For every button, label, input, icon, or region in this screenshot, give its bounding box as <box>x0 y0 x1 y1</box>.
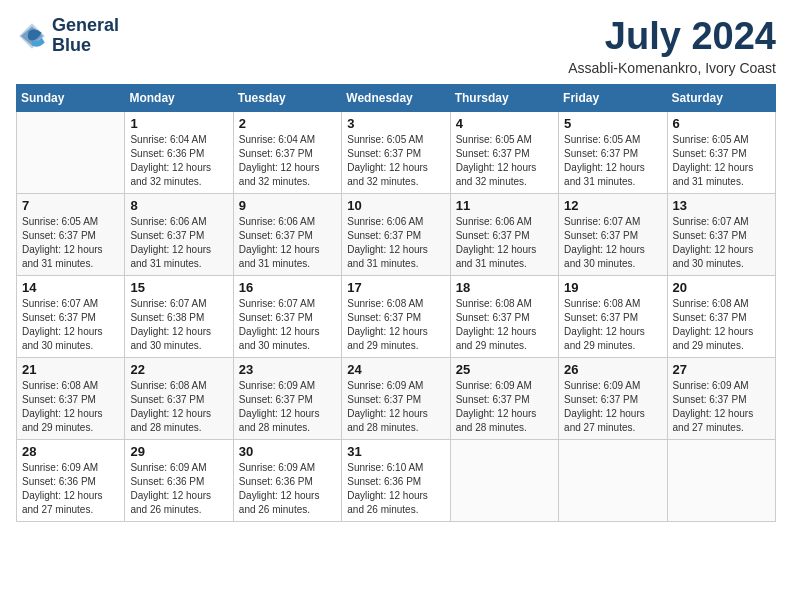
calendar-cell: 18Sunrise: 6:08 AM Sunset: 6:37 PM Dayli… <box>450 275 558 357</box>
calendar-cell: 5Sunrise: 6:05 AM Sunset: 6:37 PM Daylig… <box>559 111 667 193</box>
day-number: 11 <box>456 198 553 213</box>
day-info: Sunrise: 6:07 AM Sunset: 6:37 PM Dayligh… <box>239 297 336 353</box>
calendar-cell: 12Sunrise: 6:07 AM Sunset: 6:37 PM Dayli… <box>559 193 667 275</box>
calendar-cell: 30Sunrise: 6:09 AM Sunset: 6:36 PM Dayli… <box>233 439 341 521</box>
calendar-cell: 21Sunrise: 6:08 AM Sunset: 6:37 PM Dayli… <box>17 357 125 439</box>
day-number: 16 <box>239 280 336 295</box>
calendar-cell: 11Sunrise: 6:06 AM Sunset: 6:37 PM Dayli… <box>450 193 558 275</box>
day-number: 21 <box>22 362 119 377</box>
day-info: Sunrise: 6:06 AM Sunset: 6:37 PM Dayligh… <box>456 215 553 271</box>
day-number: 12 <box>564 198 661 213</box>
day-info: Sunrise: 6:08 AM Sunset: 6:37 PM Dayligh… <box>673 297 770 353</box>
day-info: Sunrise: 6:09 AM Sunset: 6:36 PM Dayligh… <box>239 461 336 517</box>
calendar-cell: 2Sunrise: 6:04 AM Sunset: 6:37 PM Daylig… <box>233 111 341 193</box>
calendar-cell: 3Sunrise: 6:05 AM Sunset: 6:37 PM Daylig… <box>342 111 450 193</box>
day-number: 30 <box>239 444 336 459</box>
day-info: Sunrise: 6:04 AM Sunset: 6:37 PM Dayligh… <box>239 133 336 189</box>
day-number: 24 <box>347 362 444 377</box>
day-number: 19 <box>564 280 661 295</box>
weekday-header: Sunday <box>17 84 125 111</box>
location: Assabli-Komenankro, Ivory Coast <box>568 60 776 76</box>
day-info: Sunrise: 6:05 AM Sunset: 6:37 PM Dayligh… <box>673 133 770 189</box>
day-number: 25 <box>456 362 553 377</box>
calendar-cell: 19Sunrise: 6:08 AM Sunset: 6:37 PM Dayli… <box>559 275 667 357</box>
calendar-cell: 16Sunrise: 6:07 AM Sunset: 6:37 PM Dayli… <box>233 275 341 357</box>
day-info: Sunrise: 6:09 AM Sunset: 6:37 PM Dayligh… <box>564 379 661 435</box>
day-info: Sunrise: 6:08 AM Sunset: 6:37 PM Dayligh… <box>347 297 444 353</box>
calendar-cell: 1Sunrise: 6:04 AM Sunset: 6:36 PM Daylig… <box>125 111 233 193</box>
calendar-cell: 26Sunrise: 6:09 AM Sunset: 6:37 PM Dayli… <box>559 357 667 439</box>
calendar-cell: 31Sunrise: 6:10 AM Sunset: 6:36 PM Dayli… <box>342 439 450 521</box>
day-number: 23 <box>239 362 336 377</box>
weekday-header: Friday <box>559 84 667 111</box>
day-info: Sunrise: 6:05 AM Sunset: 6:37 PM Dayligh… <box>564 133 661 189</box>
calendar-cell <box>17 111 125 193</box>
title-block: July 2024 Assabli-Komenankro, Ivory Coas… <box>568 16 776 76</box>
weekday-header: Wednesday <box>342 84 450 111</box>
day-info: Sunrise: 6:08 AM Sunset: 6:37 PM Dayligh… <box>456 297 553 353</box>
calendar-cell: 22Sunrise: 6:08 AM Sunset: 6:37 PM Dayli… <box>125 357 233 439</box>
page-header: General Blue July 2024 Assabli-Komenankr… <box>16 16 776 76</box>
month-year: July 2024 <box>568 16 776 58</box>
calendar-cell: 23Sunrise: 6:09 AM Sunset: 6:37 PM Dayli… <box>233 357 341 439</box>
day-number: 29 <box>130 444 227 459</box>
calendar-cell: 8Sunrise: 6:06 AM Sunset: 6:37 PM Daylig… <box>125 193 233 275</box>
calendar-table: SundayMondayTuesdayWednesdayThursdayFrid… <box>16 84 776 522</box>
weekday-header: Monday <box>125 84 233 111</box>
calendar-cell: 9Sunrise: 6:06 AM Sunset: 6:37 PM Daylig… <box>233 193 341 275</box>
day-info: Sunrise: 6:05 AM Sunset: 6:37 PM Dayligh… <box>456 133 553 189</box>
day-info: Sunrise: 6:08 AM Sunset: 6:37 PM Dayligh… <box>22 379 119 435</box>
day-info: Sunrise: 6:10 AM Sunset: 6:36 PM Dayligh… <box>347 461 444 517</box>
weekday-header: Thursday <box>450 84 558 111</box>
calendar-cell: 15Sunrise: 6:07 AM Sunset: 6:38 PM Dayli… <box>125 275 233 357</box>
day-number: 15 <box>130 280 227 295</box>
day-number: 1 <box>130 116 227 131</box>
day-info: Sunrise: 6:09 AM Sunset: 6:37 PM Dayligh… <box>239 379 336 435</box>
day-number: 13 <box>673 198 770 213</box>
calendar-cell: 29Sunrise: 6:09 AM Sunset: 6:36 PM Dayli… <box>125 439 233 521</box>
calendar-cell: 14Sunrise: 6:07 AM Sunset: 6:37 PM Dayli… <box>17 275 125 357</box>
day-info: Sunrise: 6:08 AM Sunset: 6:37 PM Dayligh… <box>564 297 661 353</box>
calendar-week-row: 1Sunrise: 6:04 AM Sunset: 6:36 PM Daylig… <box>17 111 776 193</box>
calendar-cell <box>667 439 775 521</box>
calendar-cell: 27Sunrise: 6:09 AM Sunset: 6:37 PM Dayli… <box>667 357 775 439</box>
day-info: Sunrise: 6:09 AM Sunset: 6:37 PM Dayligh… <box>673 379 770 435</box>
day-info: Sunrise: 6:07 AM Sunset: 6:37 PM Dayligh… <box>564 215 661 271</box>
day-info: Sunrise: 6:05 AM Sunset: 6:37 PM Dayligh… <box>347 133 444 189</box>
calendar-cell: 20Sunrise: 6:08 AM Sunset: 6:37 PM Dayli… <box>667 275 775 357</box>
calendar-cell <box>450 439 558 521</box>
calendar-cell: 4Sunrise: 6:05 AM Sunset: 6:37 PM Daylig… <box>450 111 558 193</box>
day-info: Sunrise: 6:05 AM Sunset: 6:37 PM Dayligh… <box>22 215 119 271</box>
day-info: Sunrise: 6:07 AM Sunset: 6:37 PM Dayligh… <box>673 215 770 271</box>
day-info: Sunrise: 6:09 AM Sunset: 6:36 PM Dayligh… <box>130 461 227 517</box>
day-info: Sunrise: 6:09 AM Sunset: 6:37 PM Dayligh… <box>456 379 553 435</box>
calendar-week-row: 14Sunrise: 6:07 AM Sunset: 6:37 PM Dayli… <box>17 275 776 357</box>
day-info: Sunrise: 6:07 AM Sunset: 6:37 PM Dayligh… <box>22 297 119 353</box>
day-info: Sunrise: 6:06 AM Sunset: 6:37 PM Dayligh… <box>239 215 336 271</box>
day-number: 20 <box>673 280 770 295</box>
calendar-cell: 28Sunrise: 6:09 AM Sunset: 6:36 PM Dayli… <box>17 439 125 521</box>
day-number: 28 <box>22 444 119 459</box>
logo-icon <box>16 20 48 52</box>
day-number: 31 <box>347 444 444 459</box>
day-info: Sunrise: 6:06 AM Sunset: 6:37 PM Dayligh… <box>130 215 227 271</box>
calendar-week-row: 7Sunrise: 6:05 AM Sunset: 6:37 PM Daylig… <box>17 193 776 275</box>
calendar-cell: 17Sunrise: 6:08 AM Sunset: 6:37 PM Dayli… <box>342 275 450 357</box>
day-number: 18 <box>456 280 553 295</box>
day-number: 3 <box>347 116 444 131</box>
day-number: 26 <box>564 362 661 377</box>
calendar-cell: 25Sunrise: 6:09 AM Sunset: 6:37 PM Dayli… <box>450 357 558 439</box>
day-info: Sunrise: 6:07 AM Sunset: 6:38 PM Dayligh… <box>130 297 227 353</box>
day-number: 6 <box>673 116 770 131</box>
logo-text: General Blue <box>52 16 119 56</box>
calendar-cell: 7Sunrise: 6:05 AM Sunset: 6:37 PM Daylig… <box>17 193 125 275</box>
weekday-header: Saturday <box>667 84 775 111</box>
logo: General Blue <box>16 16 119 56</box>
day-info: Sunrise: 6:09 AM Sunset: 6:37 PM Dayligh… <box>347 379 444 435</box>
day-number: 5 <box>564 116 661 131</box>
weekday-header-row: SundayMondayTuesdayWednesdayThursdayFrid… <box>17 84 776 111</box>
calendar-week-row: 21Sunrise: 6:08 AM Sunset: 6:37 PM Dayli… <box>17 357 776 439</box>
calendar-cell: 6Sunrise: 6:05 AM Sunset: 6:37 PM Daylig… <box>667 111 775 193</box>
day-number: 4 <box>456 116 553 131</box>
calendar-cell: 13Sunrise: 6:07 AM Sunset: 6:37 PM Dayli… <box>667 193 775 275</box>
